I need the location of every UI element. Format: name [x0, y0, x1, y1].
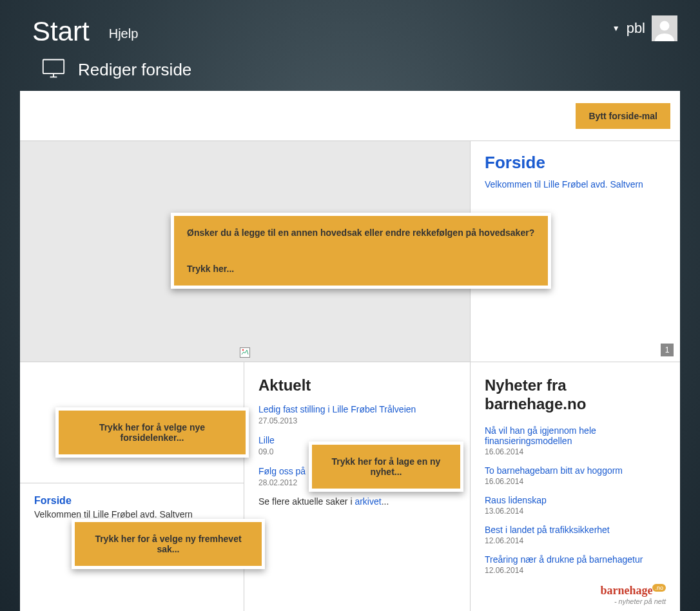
- topbar: Start Hjelp ▼ pbl: [0, 0, 700, 45]
- nyheter-date: 12.06.2014: [485, 566, 666, 575]
- nyheter-link[interactable]: To barnehagebarn bitt av hoggorm: [485, 465, 666, 476]
- page-title-row: Rediger forside: [0, 45, 700, 91]
- editor-canvas: Bytt forside-mal Forside Velkommen til L…: [20, 91, 680, 611]
- user-menu[interactable]: ▼ pbl: [612, 15, 677, 45]
- barnehage-logo[interactable]: barnehage.no - nyheter på nett: [485, 584, 666, 605]
- aktuelt-archive: Se flere aktuelle saker i arkivet...: [258, 496, 456, 507]
- edit-hero-line1: Ønsker du å legge til en annen hovedsak …: [187, 228, 535, 238]
- nyheter-link[interactable]: Treåring nær å drukne på barnehagetur: [485, 554, 666, 565]
- content-row: Trykk her for å velge nye forsidelenker.…: [20, 362, 680, 611]
- featured-welcome: Velkommen til Lille Frøbel avd. Saltvern: [34, 509, 229, 519]
- nyheter-date: 13.06.2014: [485, 507, 666, 516]
- nyheter-item: Raus lidenskap 13.06.2014: [485, 495, 666, 516]
- switch-template-button[interactable]: Bytt forside-mal: [576, 103, 670, 129]
- hero-pager-1[interactable]: 1: [661, 344, 674, 356]
- links-upper: Trykk her for å velge nye forsidelenker.…: [20, 362, 244, 483]
- canvas-toolbar: Bytt forside-mal: [20, 91, 680, 141]
- username-label: pbl: [627, 20, 645, 37]
- help-link[interactable]: Hjelp: [109, 26, 139, 45]
- nyheter-heading: Nyheter fra barnehage.no: [485, 376, 666, 414]
- archive-link[interactable]: arkivet: [355, 496, 381, 507]
- aktuelt-link[interactable]: Lille: [258, 435, 275, 445]
- nyheter-link[interactable]: Raus lidenskap: [485, 495, 666, 505]
- nyheter-column: Nyheter fra barnehage.no Nå vil han gå i…: [471, 362, 680, 611]
- nyheter-date: 16.06.2014: [485, 447, 666, 456]
- aktuelt-item: Ledig fast stilling i Lille Frøbel Trålv…: [258, 403, 456, 425]
- edit-hero-line2: Trykk her...: [187, 264, 535, 274]
- nyheter-item: Best i landet på trafikksikkerhet 12.06.…: [485, 525, 666, 545]
- aktuelt-heading: Aktuelt: [258, 376, 456, 394]
- svg-rect-4: [240, 348, 250, 358]
- hero-side-title[interactable]: Forside: [485, 153, 666, 173]
- nyheter-date: 12.06.2014: [485, 536, 666, 545]
- avatar: [652, 15, 677, 41]
- aktuelt-link[interactable]: Ledig fast stilling i Lille Frøbel Trålv…: [258, 404, 416, 414]
- page-title: Rediger forside: [78, 60, 191, 80]
- nyheter-date: 16.06.2014: [485, 477, 666, 486]
- featured-lower: Forside Velkommen til Lille Frøbel avd. …: [20, 483, 244, 531]
- nyheter-item: Nå vil han gå igjennom hele finansiering…: [485, 425, 666, 456]
- nyheter-link[interactable]: Nå vil han gå igjennom hele finansiering…: [485, 425, 666, 446]
- nyheter-link[interactable]: Best i landet på trafikksikkerhet: [485, 525, 666, 535]
- nyheter-item: Treåring nær å drukne på barnehagetur 12…: [485, 554, 666, 575]
- aktuelt-column: Aktuelt Ledig fast stilling i Lille Frøb…: [244, 362, 471, 611]
- links-column: Trykk her for å velge nye forsidelenker.…: [20, 362, 244, 611]
- choose-featured-callout[interactable]: Trykk her for å velge ny fremhevet sak..…: [72, 519, 265, 569]
- start-link[interactable]: Start: [32, 18, 90, 45]
- caret-down-icon: ▼: [612, 24, 620, 33]
- hero-side-welcome: Velkommen til Lille Frøbel avd. Saltvern: [485, 179, 666, 189]
- broken-image-icon: [240, 347, 250, 358]
- aktuelt-date: 27.05.2013: [258, 416, 456, 425]
- featured-title[interactable]: Forside: [34, 495, 229, 507]
- choose-links-callout[interactable]: Trykk her for å velge nye forsidelenker.…: [55, 407, 249, 458]
- svg-point-0: [660, 21, 670, 31]
- svg-rect-1: [43, 60, 64, 74]
- create-news-callout[interactable]: Trykk her for å lage en ny nyhet...: [309, 441, 463, 492]
- edit-hero-callout[interactable]: Ønsker du å legge til en annen hovedsak …: [171, 213, 551, 289]
- monitor-icon: [42, 58, 65, 81]
- svg-point-5: [242, 349, 244, 351]
- nyheter-item: To barnehagebarn bitt av hoggorm 16.06.2…: [485, 465, 666, 486]
